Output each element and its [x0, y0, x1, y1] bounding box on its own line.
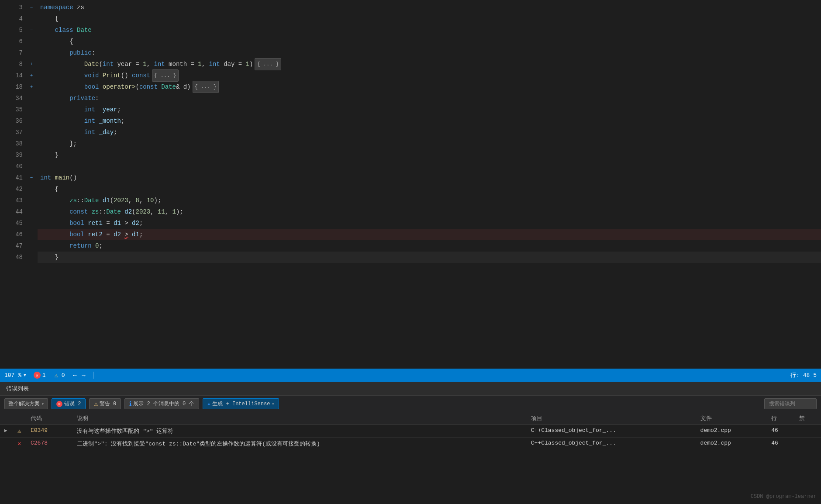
- error-filter-btn[interactable]: ✕ 错误 2: [52, 398, 86, 409]
- code-line-44: const zs::Date d2(2023, 11, 1);: [38, 206, 821, 217]
- warning-status[interactable]: ⚠ 0: [53, 372, 65, 379]
- error-table-header: 代码 说明 项目 文件 行 禁: [0, 412, 821, 425]
- gutter-47: [27, 240, 36, 252]
- col-suppress[interactable]: 禁: [795, 412, 821, 425]
- col-code[interactable]: 代码: [26, 412, 72, 425]
- fold-hint-8[interactable]: { ... }: [255, 58, 281, 70]
- warning-filter-btn[interactable]: ⚠ 警告 0: [89, 398, 121, 409]
- fold-hint-14[interactable]: { ... }: [152, 69, 178, 82]
- scope-selector[interactable]: 整个解决方案 ▾: [4, 398, 48, 409]
- error-table-container[interactable]: 代码 说明 项目 文件 行 禁 ▶ ⚠: [0, 412, 821, 504]
- intellisense-btn-label: 生成 + IntelliSense: [212, 400, 270, 407]
- fold-btn-18[interactable]: +: [27, 81, 36, 93]
- code-line-4: {: [38, 13, 821, 24]
- scope-dropdown-icon: ▾: [41, 401, 44, 407]
- fold-btn-8[interactable]: +: [27, 59, 36, 70]
- error-row-1[interactable]: ▶ ⚠ E0349 没有与这些操作数匹配的 ">" 运算符 C++Classed…: [0, 425, 821, 438]
- gutter-38: [27, 138, 36, 149]
- warning-btn-label: 警告 0: [100, 400, 116, 407]
- code-line-40: [38, 161, 821, 172]
- zoom-control[interactable]: 107 % ▾: [4, 372, 27, 379]
- status-bar: 107 % ▾ ✕ 1 ⚠ 0 ← → 行: 48 5: [0, 369, 821, 382]
- info-btn-label: 展示 2 个消息中的 0 个: [133, 400, 194, 407]
- intellisense-filter-btn[interactable]: ✦ 生成 + IntelliSense ▾: [203, 398, 279, 409]
- gutter-42: [27, 183, 36, 195]
- code-line-7: public:: [38, 47, 821, 59]
- row2-expand[interactable]: [0, 438, 13, 450]
- info-filter-btn[interactable]: ℹ 展示 2 个消息中的 0 个: [124, 398, 199, 409]
- zoom-level: 107 %: [4, 372, 21, 379]
- code-line-34: private:: [38, 93, 821, 104]
- error-status[interactable]: ✕ 1: [34, 372, 46, 379]
- navigation-controls: ← →: [72, 372, 86, 379]
- code-gutter: − − + + + −: [27, 2, 36, 369]
- row2-code[interactable]: C2678: [26, 438, 72, 450]
- error-icon: ✕: [34, 372, 41, 379]
- fold-btn-5[interactable]: −: [27, 24, 36, 36]
- fold-btn-41[interactable]: −: [27, 172, 36, 183]
- row2-file: demo2.cpp: [696, 438, 767, 450]
- error-code-c2678[interactable]: C2678: [31, 440, 48, 446]
- col-file[interactable]: 文件: [696, 412, 767, 425]
- code-line-8: Date(int year = 1, int month = 1, int da…: [38, 59, 821, 70]
- row2-line: 46: [767, 438, 795, 450]
- status-divider: [93, 372, 94, 379]
- gutter-43: [27, 195, 36, 206]
- gutter-46: [27, 229, 36, 240]
- row1-expand[interactable]: ▶: [0, 425, 13, 438]
- code-line-43: zs::Date d1(2023, 8, 10);: [38, 195, 821, 206]
- code-line-35: int _year;: [38, 104, 821, 115]
- fold-btn-3[interactable]: −: [27, 2, 36, 13]
- code-line-45: bool ret1 = d1 > d2;: [38, 217, 821, 229]
- code-line-46: bool ret2 = d2 > d1;: [38, 229, 821, 240]
- error-row-2[interactable]: ✕ C2678 二进制">": 没有找到接受"const zs::Date"类型…: [0, 438, 821, 450]
- col-project[interactable]: 项目: [527, 412, 696, 425]
- code-line-42: {: [38, 183, 821, 195]
- error-count: 1: [42, 372, 46, 379]
- nav-back-button[interactable]: ←: [72, 372, 78, 379]
- code-line-36: int _month;: [38, 115, 821, 127]
- col-description[interactable]: 说明: [72, 412, 526, 425]
- code-line-18: bool operator>(const Date& d){ ... }: [38, 81, 821, 93]
- nav-forward-button[interactable]: →: [80, 372, 86, 379]
- gutter-39: [27, 149, 36, 161]
- row1-suppress: [795, 425, 821, 438]
- expand-icon: ▶: [4, 428, 7, 433]
- gutter-40: [27, 161, 36, 172]
- row1-description: 没有与这些操作数匹配的 ">" 运算符: [72, 425, 526, 438]
- gutter-35: [27, 104, 36, 115]
- code-line-6: {: [38, 36, 821, 47]
- watermark: CSDN @program-learner: [751, 494, 817, 500]
- code-line-14: void Print() const{ ... }: [38, 70, 821, 81]
- fold-btn-14[interactable]: +: [27, 70, 36, 81]
- code-container: 3 4 5 6 7 8 14 18 34 35 36 37 38 39 40 4…: [0, 0, 821, 369]
- row1-type-icon: ⚠: [13, 425, 26, 438]
- error-code-e0349[interactable]: E0349: [31, 427, 48, 434]
- code-line-48: }: [38, 252, 821, 263]
- line-numbers: 3 4 5 6 7 8 14 18 34 35 36 37 38 39 40 4…: [2, 2, 27, 369]
- editor-area: 3 4 5 6 7 8 14 18 34 35 36 37 38 39 40 4…: [0, 0, 821, 369]
- row1-line: 46: [767, 425, 795, 438]
- error-row-icon: ✕: [17, 440, 21, 447]
- zoom-dropdown-icon[interactable]: ▾: [23, 372, 27, 379]
- error-panel-toolbar: 整个解决方案 ▾ ✕ 错误 2 ⚠ 警告 0 ℹ 展示 2 个消息中的 0 个 …: [0, 396, 821, 412]
- gutter-7: [27, 47, 36, 59]
- error-btn-label: 错误 2: [64, 400, 81, 407]
- intellisense-dropdown-icon: ▾: [272, 401, 274, 407]
- gutter-6: [27, 36, 36, 47]
- error-btn-icon: ✕: [56, 401, 62, 407]
- info-btn-icon: ℹ: [129, 400, 131, 407]
- error-search-box[interactable]: 搜索错误列: [764, 398, 817, 409]
- col-line[interactable]: 行: [767, 412, 795, 425]
- error-panel-title: 错误列表: [0, 382, 821, 396]
- warning-count: 0: [62, 372, 65, 379]
- intellisense-icon: ✦: [207, 400, 211, 407]
- warning-row-icon: ⚠: [17, 428, 21, 435]
- gutter-34: [27, 93, 36, 104]
- row1-code[interactable]: E0349: [26, 425, 72, 438]
- error-table-body: ▶ ⚠ E0349 没有与这些操作数匹配的 ">" 运算符 C++Classed…: [0, 425, 821, 450]
- code-content[interactable]: namespace zs { class Date {: [36, 2, 821, 369]
- row1-file: demo2.cpp: [696, 425, 767, 438]
- fold-hint-18[interactable]: { ... }: [193, 81, 219, 93]
- error-table: 代码 说明 项目 文件 行 禁 ▶ ⚠: [0, 412, 821, 450]
